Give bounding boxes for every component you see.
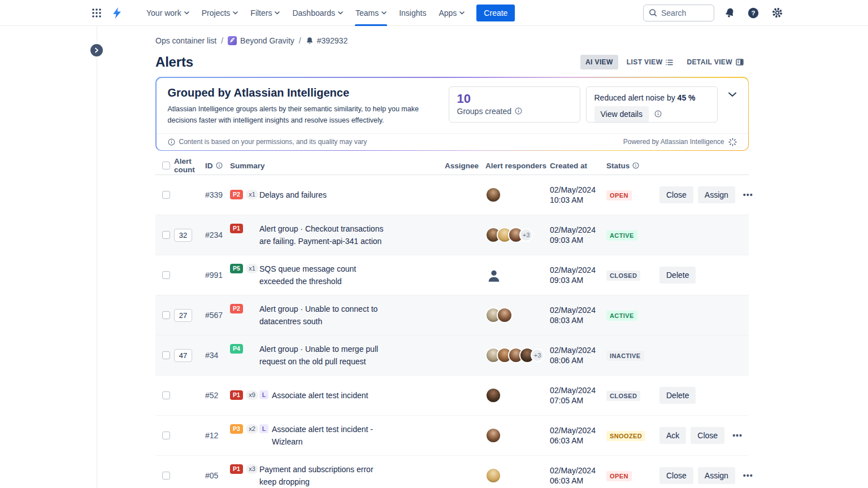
priority-badge: P2 <box>230 304 243 313</box>
nav-item-teams[interactable]: Teams <box>349 0 393 26</box>
badge-cluster: P1x3 <box>230 463 259 474</box>
info-icon[interactable] <box>654 110 662 117</box>
svg-text:?: ? <box>752 10 756 16</box>
alert-id: #339 <box>205 190 230 199</box>
alert-id: #52 <box>205 391 230 400</box>
nav-item-projects[interactable]: Projects <box>196 0 245 26</box>
priority-badge: P4 <box>230 344 243 354</box>
more-actions-button[interactable]: ••• <box>740 188 757 202</box>
collapse-card-chevron-icon[interactable] <box>728 91 737 99</box>
summary-cell: P2Alert group · Unable to connect to dat… <box>230 303 445 328</box>
multiplier-badge: x1 <box>246 190 258 199</box>
view-details-button[interactable]: View details <box>594 106 649 122</box>
nav-item-insights[interactable]: Insights <box>393 0 432 26</box>
tab-detail-view[interactable]: DETAIL VIEW <box>682 55 749 69</box>
status-cell: OPEN <box>606 190 659 201</box>
row-checkbox[interactable] <box>162 271 170 279</box>
breadcrumb-separator: / <box>221 36 223 45</box>
created-date: 02/May/2024 <box>550 185 606 195</box>
row-checkbox[interactable] <box>162 191 170 199</box>
summary-cell: P1x3Payment and subscriptions error keep… <box>230 463 445 488</box>
close-button[interactable]: Close <box>659 467 693 484</box>
badge-cluster: P1 <box>230 223 259 233</box>
breadcrumb-ops-container-list[interactable]: Ops container list <box>155 36 216 45</box>
notifications-bell-icon[interactable] <box>721 5 738 21</box>
status-badge: CLOSED <box>606 391 640 401</box>
info-icon <box>168 138 175 146</box>
alert-bell-icon <box>306 37 314 45</box>
app-switcher-icon[interactable] <box>88 5 105 21</box>
header-summary: Summary <box>230 162 445 170</box>
header-created-at: Created at <box>550 162 606 170</box>
delete-button[interactable]: Delete <box>659 267 696 284</box>
breadcrumb-project[interactable]: Beyond Gravity <box>228 36 294 45</box>
created-time: 07:05 AM <box>550 395 606 406</box>
assign-button[interactable]: Assign <box>698 186 735 203</box>
row-checkbox[interactable] <box>162 231 170 239</box>
groups-created-label: Groups created <box>457 107 512 116</box>
top-navigation-bar: Your workProjectsFiltersDashboardsTeamsI… <box>0 0 868 26</box>
select-all-checkbox[interactable] <box>162 162 170 169</box>
table-header-row: Alert count ID Summary Assignee Alert re… <box>155 156 749 175</box>
row-checkbox[interactable] <box>162 472 170 480</box>
row-checkbox[interactable] <box>162 432 170 439</box>
info-icon[interactable] <box>632 162 639 169</box>
created-date: 02/May/2024 <box>550 305 606 315</box>
breadcrumb-separator: / <box>299 36 301 45</box>
responders-cell <box>485 428 550 443</box>
help-icon[interactable]: ? <box>745 5 762 21</box>
alert-count-cell: 27 <box>174 309 205 322</box>
jira-logo-icon[interactable] <box>108 5 125 21</box>
row-actions: CloseAssign••• <box>659 467 757 484</box>
create-button[interactable]: Create <box>476 5 515 21</box>
tab-list-view[interactable]: LIST VIEW <box>622 55 679 69</box>
status-badge: OPEN <box>606 190 632 201</box>
info-icon[interactable] <box>216 162 223 169</box>
alert-row: #05P1x3Payment and subscriptions error k… <box>155 456 749 488</box>
nav-item-label: Your work <box>146 8 181 18</box>
assign-button[interactable]: Assign <box>698 467 735 484</box>
responders-cell <box>485 187 550 203</box>
summary-cell: P1Alert group · Checkout transactions ar… <box>230 223 445 248</box>
tab-ai-view[interactable]: AI VIEW <box>580 55 618 69</box>
row-checkbox[interactable] <box>162 351 170 359</box>
info-icon[interactable] <box>515 107 522 115</box>
alert-count-box: 32 <box>174 229 192 242</box>
search-input[interactable] <box>643 5 714 21</box>
multiplier-badge: x1 <box>246 264 258 273</box>
row-checkbox[interactable] <box>162 311 170 319</box>
more-actions-button[interactable]: ••• <box>729 429 746 442</box>
badge-cluster: P3x2 <box>230 423 259 434</box>
search-field[interactable] <box>661 8 706 18</box>
ack-button[interactable]: Ack <box>659 427 686 444</box>
close-button[interactable]: Close <box>691 427 724 444</box>
close-button[interactable]: Close <box>659 186 693 203</box>
settings-gear-icon[interactable] <box>769 5 785 21</box>
noise-reduction-text: Reduced alert noise by <box>594 93 678 102</box>
alert-count-box: 27 <box>174 309 192 322</box>
noise-reduction-stat: Reduced alert noise by 45 % View details <box>586 86 718 123</box>
more-actions-button[interactable]: ••• <box>740 469 757 482</box>
alert-summary: Delays and failures <box>259 189 327 201</box>
multiplier-badge: x9 <box>246 390 258 400</box>
nav-item-your-work[interactable]: Your work <box>140 0 196 26</box>
created-date: 02/May/2024 <box>550 265 606 275</box>
created-time: 10:03 AM <box>550 195 606 205</box>
created-time: 09:03 AM <box>550 275 606 285</box>
alert-row: #52P1x9LAssociate alert test incident02/… <box>155 376 749 416</box>
alert-summary: Payment and subscriptions error keep dro… <box>259 463 389 488</box>
summary-cell: P1x9LAssociate alert test incident <box>230 389 445 402</box>
status-cell: INACTIVE <box>606 350 659 361</box>
responders-cell <box>485 307 550 323</box>
alert-id: #34 <box>205 351 230 360</box>
nav-item-dashboards[interactable]: Dashboards <box>286 0 349 26</box>
breadcrumb-alert-item[interactable]: #392932 <box>306 36 348 45</box>
nav-item-apps[interactable]: Apps <box>432 0 471 26</box>
delete-button[interactable]: Delete <box>659 387 696 404</box>
nav-item-filters[interactable]: Filters <box>244 0 286 26</box>
responders-cell <box>485 468 550 483</box>
status-cell: OPEN <box>606 470 659 481</box>
row-checkbox[interactable] <box>162 391 170 399</box>
expand-sidebar-button[interactable] <box>89 43 104 58</box>
badge-cluster: P2x1 <box>230 189 259 199</box>
